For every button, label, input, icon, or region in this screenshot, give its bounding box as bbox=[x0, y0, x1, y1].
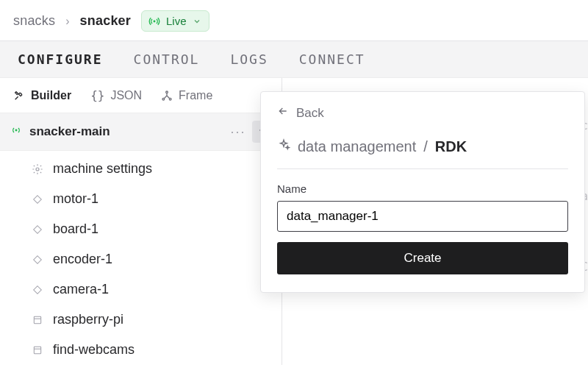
package-icon bbox=[31, 313, 44, 327]
broadcast-icon bbox=[148, 15, 160, 27]
node-name: snacker-main bbox=[29, 124, 110, 139]
svg-point-0 bbox=[154, 20, 156, 22]
braces-icon: {} bbox=[90, 88, 104, 102]
tree-item-board-1[interactable]: board-1 bbox=[0, 214, 282, 244]
tab-logs[interactable]: LOGS bbox=[230, 52, 268, 67]
chevron-down-icon bbox=[193, 17, 201, 26]
tab-control[interactable]: CONTROL bbox=[134, 52, 200, 67]
status-label: Live bbox=[166, 15, 187, 27]
tree-item-label: machine settings bbox=[53, 161, 152, 177]
diamond-icon bbox=[31, 193, 44, 206]
svg-point-5 bbox=[36, 168, 39, 171]
component-tree: machine settings motor-1 board-1 encoder… bbox=[0, 151, 282, 365]
gear-icon bbox=[31, 163, 44, 176]
create-button[interactable]: Create bbox=[277, 242, 568, 274]
tree-item-label: motor-1 bbox=[53, 191, 98, 207]
panel-title-b: RDK bbox=[435, 138, 467, 155]
tree-item-label: camera-1 bbox=[53, 282, 109, 297]
svg-point-4 bbox=[15, 129, 18, 131]
breadcrumb-bar: snacks › snacker Live bbox=[0, 0, 588, 40]
mode-frame-label: Frame bbox=[179, 89, 212, 102]
broadcast-icon bbox=[10, 124, 22, 140]
create-service-panel: Back data management / RDK Name Create bbox=[260, 91, 585, 293]
diamond-icon bbox=[31, 253, 44, 266]
name-input[interactable] bbox=[277, 201, 568, 232]
back-label: Back bbox=[296, 106, 324, 121]
diamond-icon bbox=[31, 283, 44, 297]
status-live-pill[interactable]: Live bbox=[141, 10, 209, 32]
svg-rect-6 bbox=[34, 316, 40, 323]
svg-rect-7 bbox=[34, 347, 40, 353]
sparkle-icon bbox=[277, 138, 290, 155]
name-field-label: Name bbox=[277, 182, 568, 195]
breadcrumb-parent[interactable]: snacks bbox=[13, 13, 55, 29]
mode-json-label: JSON bbox=[110, 89, 142, 102]
main-tabs: CONFIGURE CONTROL LOGS CONNECT bbox=[0, 40, 588, 78]
mode-builder[interactable]: Builder bbox=[13, 89, 71, 102]
mode-frame[interactable]: Frame bbox=[161, 89, 212, 102]
package-icon bbox=[31, 344, 44, 357]
sidebar: Builder {} JSON Frame bbox=[0, 78, 282, 365]
tree-item-encoder-1[interactable]: encoder-1 bbox=[0, 244, 282, 274]
tree-item-camera-1[interactable]: camera-1 bbox=[0, 274, 282, 305]
tree-item-label: board-1 bbox=[53, 221, 98, 237]
svg-point-1 bbox=[166, 91, 168, 93]
tab-configure[interactable]: CONFIGURE bbox=[18, 52, 103, 67]
panel-title: data management / RDK bbox=[277, 131, 568, 169]
tree-item-label: raspberry-pi bbox=[53, 312, 123, 327]
frame-icon bbox=[161, 90, 173, 102]
breadcrumb-current[interactable]: snacker bbox=[80, 13, 131, 29]
svg-point-2 bbox=[162, 98, 165, 100]
main-pane: nc ca RC Back data management / RDK Name bbox=[282, 78, 588, 365]
tree-item-find-webcams[interactable]: find-webcams bbox=[0, 335, 282, 365]
node-header[interactable]: snacker-main ··· bbox=[0, 113, 282, 151]
tab-connect[interactable]: CONNECT bbox=[299, 52, 365, 67]
wrench-icon bbox=[13, 90, 25, 102]
diamond-icon bbox=[31, 223, 44, 236]
mode-builder-label: Builder bbox=[31, 89, 71, 102]
arrow-left-icon bbox=[277, 105, 289, 121]
view-modes: Builder {} JSON Frame bbox=[0, 78, 282, 113]
node-more-button[interactable]: ··· bbox=[227, 121, 249, 143]
back-button[interactable]: Back bbox=[277, 105, 324, 131]
tree-item-label: encoder-1 bbox=[53, 252, 112, 267]
mode-json[interactable]: {} JSON bbox=[90, 88, 142, 102]
svg-point-3 bbox=[169, 98, 171, 100]
ellipsis-icon: ··· bbox=[230, 124, 245, 140]
tree-item-label: find-webcams bbox=[53, 342, 135, 358]
panel-title-sep: / bbox=[423, 138, 428, 155]
panel-title-a: data management bbox=[298, 138, 416, 155]
tree-item-machine-settings[interactable]: machine settings bbox=[0, 154, 282, 184]
tree-item-motor-1[interactable]: motor-1 bbox=[0, 184, 282, 214]
chevron-right-icon: › bbox=[65, 15, 69, 28]
tree-item-raspberry-pi[interactable]: raspberry-pi bbox=[0, 305, 282, 335]
